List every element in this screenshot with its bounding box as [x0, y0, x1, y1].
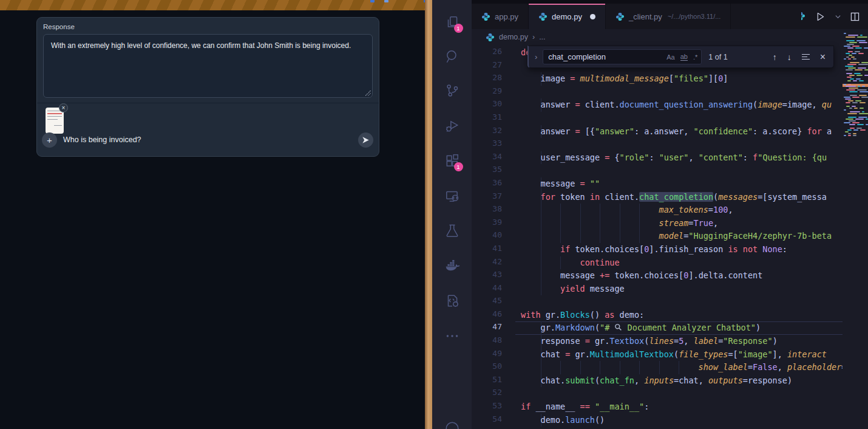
find-previous-button[interactable]: ↑: [773, 52, 777, 62]
run-python-file-button[interactable]: [815, 12, 826, 22]
line-number: 35: [472, 165, 502, 174]
code-line: 43 message += token.choices[0].delta.con…: [472, 269, 843, 283]
add-file-button[interactable]: +: [42, 132, 57, 148]
chat-input[interactable]: Who is being invoiced?: [63, 136, 141, 144]
code-line: 40 model="HuggingFaceH4/zephyr-7b-beta: [472, 230, 843, 243]
python-icon: [801, 12, 806, 21]
activity-bar: 1 1: [432, 0, 472, 429]
minimap[interactable]: [843, 30, 868, 143]
tab-label: demo.py: [552, 12, 582, 21]
doc-line: [47, 113, 62, 114]
line-number: 40: [472, 230, 502, 239]
tab-demo-py[interactable]: demo.py: [529, 4, 606, 29]
code-line: 47 gr.Markdown("# Document Analyzer Chat…: [472, 321, 843, 335]
extensions-icon[interactable]: 1: [444, 153, 460, 169]
line-number: 53: [472, 401, 502, 410]
tab-app-py[interactable]: app.py: [472, 4, 529, 29]
more-views-icon[interactable]: [444, 328, 460, 344]
tab--client-py[interactable]: _client.py~/.../python3.11/...: [606, 4, 731, 29]
line-number: 32: [472, 126, 502, 135]
code-line: 42 continue: [472, 256, 843, 270]
vscode-main: app.pydemo.py_client.py~/.../python3.11/…: [472, 0, 868, 429]
code-line: 53if __name__ == "__main__":: [472, 400, 843, 414]
send-icon: [362, 136, 370, 144]
code-line: 32 answer = [{"answer": a.answer, "confi…: [472, 125, 843, 139]
code-line: 39 stream=True,: [472, 217, 843, 230]
response-textarea[interactable]: With an extremely high level of confiden…: [43, 34, 373, 98]
line-number: 28: [472, 73, 502, 82]
line-number: 34: [472, 152, 502, 161]
line-number: 49: [472, 349, 502, 358]
code-line: 48 response = gr.Textbox(lines=5, label=…: [472, 335, 843, 348]
line-number: 37: [472, 191, 502, 201]
find-in-selection-button[interactable]: [802, 52, 810, 61]
code-line: 45: [472, 295, 843, 309]
breadcrumb-more[interactable]: ...: [539, 33, 545, 41]
gradio-response-card: Response With an extremely high level of…: [36, 17, 379, 157]
python-icon: [486, 33, 495, 42]
explorer-badge: 1: [454, 24, 463, 33]
code-line: 51 chat.submit(chat_fn, inputs=chat, out…: [472, 374, 843, 388]
code-line: 44 yield message: [472, 283, 843, 296]
regex-button[interactable]: .*: [693, 53, 697, 61]
code-line: 46with gr.Blocks() as demo:: [472, 309, 843, 322]
line-number: 47: [472, 322, 502, 331]
line-number: 31: [472, 112, 502, 122]
explorer-icon[interactable]: 1: [444, 15, 460, 30]
docker-icon[interactable]: [444, 258, 460, 273]
vscode-window: 1 1: [432, 0, 868, 429]
line-number: 46: [472, 309, 502, 318]
split-editor-button[interactable]: [850, 12, 860, 21]
find-close-button[interactable]: ×: [820, 52, 826, 63]
source-control-icon[interactable]: [444, 83, 460, 98]
screenshot-root: Response With an extremely high level of…: [0, 0, 868, 429]
find-input[interactable]: chat_completion Aa ab .*: [543, 49, 702, 64]
topbar-icon: [370, 0, 375, 2]
breadcrumb-file[interactable]: demo.py: [499, 33, 528, 41]
code-line: 36 message = "": [472, 177, 843, 191]
code-line: 55: [472, 427, 843, 429]
whole-word-button[interactable]: ab: [680, 53, 688, 61]
match-case-button[interactable]: Aa: [666, 53, 674, 61]
code-line: 52: [472, 387, 843, 400]
find-next-button[interactable]: ↓: [787, 52, 792, 62]
breadcrumb[interactable]: demo.py › ...: [472, 29, 868, 45]
test-beaker-icon[interactable]: [444, 222, 460, 238]
code-line: 28 image = multimodal_message["files"][0…: [472, 72, 843, 86]
code-line: 49 chat = gr.MultimodalTextbox(file_type…: [472, 348, 843, 362]
line-number: 41: [472, 244, 502, 253]
line-number: 48: [472, 335, 502, 345]
run-debug-icon[interactable]: [444, 118, 460, 134]
account-icon[interactable]: [444, 420, 460, 429]
tab-description: ~/.../python3.11/...: [668, 13, 721, 20]
code-area[interactable]: 26def chat_fn(multimodal_message):2728 i…: [472, 45, 843, 429]
send-button[interactable]: [358, 132, 373, 148]
code-line: 50 show_label=False, placeholder=: [472, 361, 843, 374]
response-label: Response: [43, 23, 75, 30]
find-expand-chevron-icon[interactable]: ›: [535, 52, 537, 61]
line-number: 51: [472, 375, 502, 384]
search-icon[interactable]: [444, 49, 460, 64]
tab-bar: app.pydemo.py_client.py~/.../python3.11/…: [472, 0, 868, 29]
line-number: 50: [472, 362, 502, 371]
code-line: 35: [472, 164, 843, 177]
find-query[interactable]: chat_completion: [548, 52, 661, 61]
line-number: 54: [472, 414, 502, 424]
tab-label: app.py: [495, 12, 518, 21]
line-number: 33: [472, 139, 502, 148]
remote-explorer-icon[interactable]: [444, 188, 460, 204]
browser-topbar: [0, 0, 425, 10]
remove-attachment-button[interactable]: ×: [59, 103, 68, 112]
code-runner-settings-icon[interactable]: [444, 293, 460, 309]
editor-actions: [798, 4, 868, 29]
code-line: 31: [472, 112, 843, 125]
resize-handle[interactable]: [365, 90, 371, 96]
tab-label: _client.py: [629, 12, 662, 21]
find-results-count: 1 of 1: [708, 53, 727, 61]
divider: [37, 103, 379, 103]
line-number: 38: [472, 204, 502, 213]
extensions-badge: 1: [454, 162, 463, 171]
code-editor[interactable]: 26def chat_fn(multimodal_message):2728 i…: [472, 45, 868, 429]
line-number: 36: [472, 178, 502, 187]
run-dropdown-chevron-icon[interactable]: [835, 13, 841, 20]
